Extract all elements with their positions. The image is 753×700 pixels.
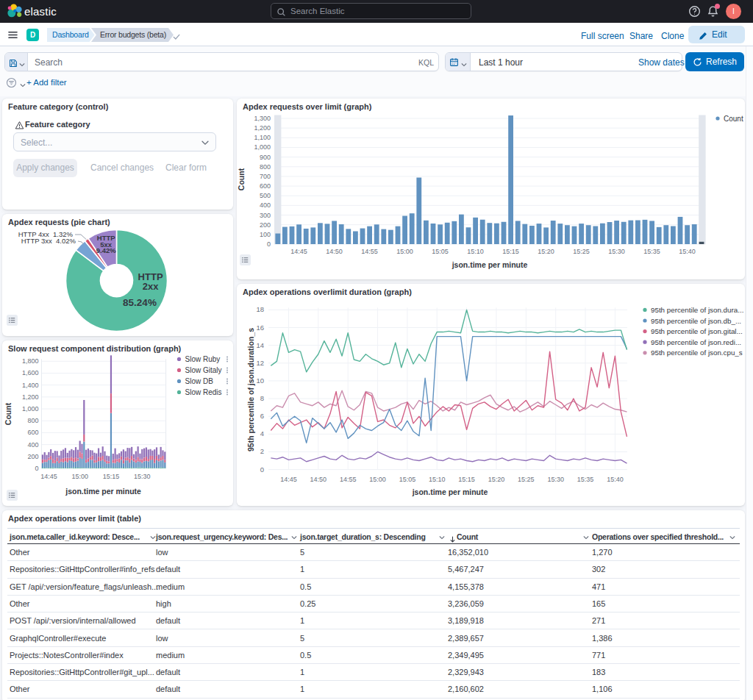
svg-text:0: 0 [260,465,264,474]
svg-text:15:30: 15:30 [547,476,564,483]
svg-text:15:00: 15:00 [396,248,413,255]
svg-text:600: 600 [260,182,271,190]
svg-text:900: 900 [260,154,271,161]
svg-text:15:20: 15:20 [488,476,505,483]
svg-text:95th percentile of json.db_...: 95th percentile of json.db_... [651,317,741,325]
svg-text:400: 400 [27,441,38,449]
svg-text:95th percentile of json.dura..: 95th percentile of json.dura... [651,306,743,314]
svg-text:2xx: 2xx [143,281,159,292]
svg-text:15:20: 15:20 [538,248,554,255]
svg-text:15:15: 15:15 [502,248,519,255]
svg-text:15:40: 15:40 [679,248,696,255]
svg-text:1,200: 1,200 [22,393,39,401]
svg-text:Count: Count [724,115,743,123]
svg-text:Slow Ruby: Slow Ruby [185,355,221,363]
svg-text:1,000: 1,000 [22,405,39,413]
svg-text:95th percentile of json.gital.: 95th percentile of json.gital... [651,327,743,335]
svg-text:1,600: 1,600 [22,369,39,376]
svg-text:14:50: 14:50 [310,476,327,483]
svg-text:1,400: 1,400 [22,382,39,389]
svg-text:200: 200 [260,221,271,229]
svg-text:Slow Gitaly: Slow Gitaly [185,366,222,374]
svg-text:1,800: 1,800 [22,357,39,365]
svg-text:15:30: 15:30 [608,248,625,255]
svg-text:800: 800 [27,417,38,424]
svg-text:15:00: 15:00 [71,473,88,480]
svg-text:300: 300 [260,212,271,219]
svg-text:15:10: 15:10 [467,248,484,255]
svg-text:500: 500 [260,192,271,199]
svg-text:800: 800 [260,163,271,171]
svg-text:1,000: 1,000 [254,143,271,151]
svg-text:100: 100 [260,231,271,238]
svg-text:15:05: 15:05 [399,476,416,483]
svg-text:Slow Redis: Slow Redis [185,388,222,396]
svg-text:HTTP 3xx 4.02%: HTTP 3xx 4.02% [21,237,76,245]
svg-text:12: 12 [256,359,264,367]
svg-text:Count: Count [237,168,246,190]
svg-text:0: 0 [267,240,271,248]
svg-text:15:00: 15:00 [369,476,386,483]
svg-text:1,300: 1,300 [254,115,271,122]
svg-text:15:25: 15:25 [573,248,590,255]
svg-text:15:15: 15:15 [103,473,120,480]
svg-text:json.time per minute: json.time per minute [65,487,141,496]
svg-text:14:55: 14:55 [340,476,357,483]
svg-text:14:45: 14:45 [290,248,307,255]
svg-text:10: 10 [256,376,264,385]
svg-text:15:15: 15:15 [458,476,475,483]
svg-text:15:10: 15:10 [429,476,446,483]
svg-text:Slow DB: Slow DB [185,377,214,385]
svg-text:95th percentile of json.cpu_s: 95th percentile of json.cpu_s [651,349,743,357]
svg-text:200: 200 [27,453,38,460]
svg-text:85.24%: 85.24% [123,297,157,308]
svg-text:2: 2 [260,447,264,455]
svg-text:15:40: 15:40 [607,476,624,483]
svg-text:15:35: 15:35 [577,476,594,483]
svg-text:95th percentile of json.redi..: 95th percentile of json.redi... [651,338,741,346]
svg-text:15:25: 15:25 [518,476,535,483]
svg-text:95th percentile of json.durati: 95th percentile of json.duration_s [246,328,255,451]
svg-text:4: 4 [260,429,264,438]
svg-text:Count: Count [4,402,13,425]
svg-text:8: 8 [260,394,264,402]
svg-text:15:35: 15:35 [643,248,660,255]
svg-text:14: 14 [256,341,264,349]
svg-text:600: 600 [27,429,38,436]
svg-text:14:55: 14:55 [361,248,378,255]
svg-text:400: 400 [260,201,271,209]
svg-text:18: 18 [256,305,264,313]
svg-text:1,100: 1,100 [254,134,271,141]
svg-text:0: 0 [35,465,38,472]
svg-text:9.42%: 9.42% [96,246,116,254]
svg-text:15:05: 15:05 [432,248,449,255]
svg-text:700: 700 [260,173,271,180]
svg-text:14:45: 14:45 [40,473,57,480]
svg-text:json.time per minute: json.time per minute [452,260,528,269]
svg-text:json.time per minute: json.time per minute [412,488,488,496]
svg-text:15:30: 15:30 [134,473,151,480]
svg-text:6: 6 [260,412,264,420]
svg-text:16: 16 [256,324,264,332]
svg-text:1,200: 1,200 [254,124,271,132]
svg-text:14:50: 14:50 [326,248,343,255]
svg-text:14:45: 14:45 [280,476,297,483]
